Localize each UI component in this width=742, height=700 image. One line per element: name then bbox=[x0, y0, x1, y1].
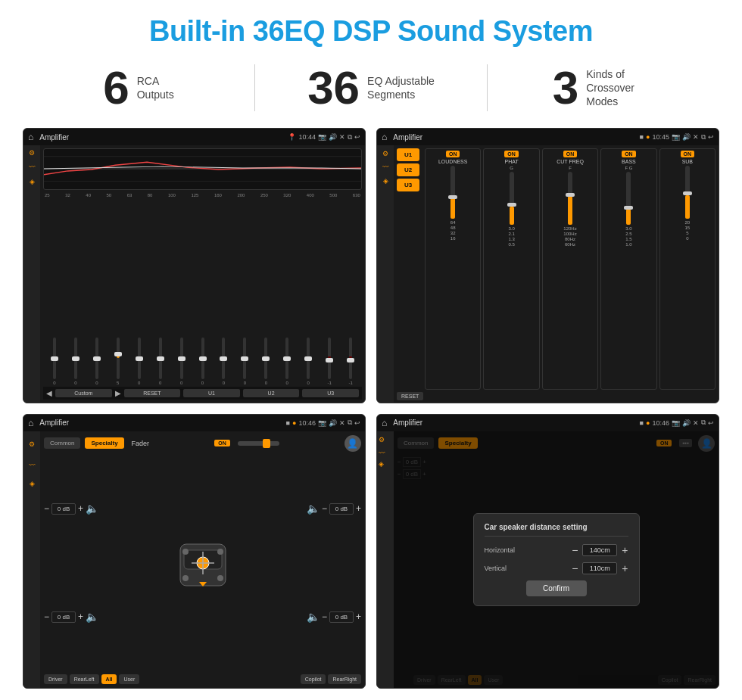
fdr-copilot-btn[interactable]: Copilot bbox=[301, 674, 326, 684]
co-content: ⚙ 〰 ◈ U1 U2 U3 ON bbox=[377, 145, 719, 403]
eq-copy-icon[interactable]: ⧉ bbox=[348, 133, 352, 142]
stat-crossover: 3 Kinds ofCrossover Modes bbox=[488, 64, 719, 111]
eq-custom-btn[interactable]: Custom bbox=[55, 389, 112, 397]
co-phat-vals: 3.0 2.1 1.3 0.5 bbox=[508, 226, 514, 247]
fdr-avatar: 👤 bbox=[344, 435, 361, 452]
fdr-rearleft-btn[interactable]: RearLeft bbox=[70, 674, 99, 684]
fdr-fader-thumb bbox=[263, 439, 270, 448]
fdr-content: ⚙ 〰 ◈ Common Specialty Fader ON bbox=[23, 431, 365, 689]
co-loudness-slider[interactable] bbox=[450, 166, 455, 219]
fdr-fader-slider[interactable] bbox=[238, 441, 279, 446]
co-back-icon[interactable]: ↩ bbox=[708, 133, 714, 141]
fdr-home-icon[interactable]: ⌂ bbox=[28, 418, 33, 428]
eq-sidebar-wave-icon[interactable]: 〰 bbox=[29, 164, 36, 171]
dialog-vertical-val: 110cm bbox=[582, 562, 617, 574]
eq-status-bar: ⌂ Amplifier 📍 10:44 📷 🔊 ✕ ⧉ ↩ bbox=[23, 129, 365, 145]
dialog-horizontal-label: Horizontal bbox=[485, 546, 568, 554]
co-sidebar-speaker-icon[interactable]: ◈ bbox=[383, 177, 388, 185]
co-preset-u3[interactable]: U3 bbox=[397, 179, 419, 191]
co-loudness-on[interactable]: ON bbox=[446, 151, 460, 157]
dst-back-icon[interactable]: ↩ bbox=[708, 419, 714, 427]
fdr-time: 10:46 bbox=[298, 419, 316, 427]
fdr-driver-btn[interactable]: Driver bbox=[44, 674, 67, 684]
eq-next-arrow[interactable]: ▶ bbox=[115, 389, 121, 397]
eq-u1-btn[interactable]: U1 bbox=[183, 389, 240, 397]
distance-dialog-overlay: Car speaker distance setting Horizontal … bbox=[394, 431, 719, 689]
co-preset-u2[interactable]: U2 bbox=[397, 163, 419, 176]
co-status-icons: ■ ● 10:45 📷 🔊 ✕ ⧉ ↩ bbox=[640, 133, 714, 142]
fdr-rl-plus[interactable]: + bbox=[78, 611, 83, 622]
fdr-fr-plus[interactable]: + bbox=[356, 503, 361, 514]
fdr-fl-plus[interactable]: + bbox=[78, 503, 83, 514]
dst-close-icon[interactable]: ✕ bbox=[693, 419, 699, 427]
dst-sidebar-eq-icon[interactable]: ⚙ bbox=[377, 431, 394, 448]
eq-sidebar-eq-icon[interactable]: ⚙ bbox=[29, 150, 35, 157]
eq-reset-btn[interactable]: RESET bbox=[124, 389, 181, 397]
fdr-rl-minus[interactable]: − bbox=[44, 611, 49, 622]
eq-slider-11: 0 bbox=[256, 338, 276, 385]
co-reset-button[interactable]: RESET bbox=[397, 392, 423, 400]
dialog-horizontal-minus[interactable]: − bbox=[572, 544, 578, 556]
dst-content: ⚙ 〰 ◈ Common Specialty ON ▪▪▪ 👤 bbox=[377, 431, 719, 689]
eq-slider-14: -1 bbox=[320, 338, 339, 385]
dialog-vertical-minus[interactable]: − bbox=[572, 562, 578, 574]
eq-sidebar-speaker-icon[interactable]: ◈ bbox=[30, 179, 35, 185]
eq-u3-btn[interactable]: U3 bbox=[302, 389, 359, 397]
fdr-fr-row: 🔈 − 0 dB + bbox=[307, 502, 361, 515]
dst-sidebar-wave-icon[interactable]: 〰 bbox=[377, 448, 394, 459]
fdr-close-icon[interactable]: ✕ bbox=[339, 419, 345, 427]
dialog-confirm-button[interactable]: Confirm bbox=[526, 580, 587, 596]
eq-home-icon[interactable]: ⌂ bbox=[28, 132, 33, 142]
co-sidebar-eq-icon[interactable]: ⚙ bbox=[382, 150, 388, 157]
eq-main: 25 32 40 50 63 80 100 125 160 200 250 32… bbox=[40, 145, 365, 403]
co-preset-u1[interactable]: U1 bbox=[397, 148, 419, 161]
fdr-fl-minus[interactable]: − bbox=[44, 503, 49, 514]
fdr-fr-minus[interactable]: − bbox=[322, 503, 327, 514]
co-cutfreq-freq: F bbox=[569, 166, 572, 170]
co-loudness-vals: 64 48 32 16 bbox=[450, 220, 456, 241]
co-sub-on[interactable]: ON bbox=[681, 151, 695, 157]
fdr-user-btn[interactable]: User bbox=[119, 674, 139, 684]
dst-copy-icon[interactable]: ⧉ bbox=[701, 418, 706, 427]
fdr-tab-common[interactable]: Common bbox=[44, 437, 80, 449]
fdr-rl-row: − 0 dB + 🔈 bbox=[44, 611, 141, 623]
dst-app-title: Amplifier bbox=[393, 418, 636, 427]
eq-close-icon[interactable]: ✕ bbox=[339, 133, 345, 141]
fdr-on-badge[interactable]: ON bbox=[214, 440, 230, 446]
fdr-sidebar-eq-icon[interactable]: ⚙ bbox=[27, 436, 36, 453]
co-cutfreq-slider[interactable] bbox=[568, 172, 572, 225]
fdr-copy-icon[interactable]: ⧉ bbox=[348, 418, 352, 427]
co-sub-slider[interactable] bbox=[685, 166, 690, 219]
fdr-sidebar-speaker-icon[interactable]: ◈ bbox=[28, 478, 36, 489]
co-phat-slider[interactable] bbox=[510, 172, 514, 225]
dst-sidebar-speaker-icon[interactable]: ◈ bbox=[377, 459, 394, 469]
eq-prev-arrow[interactable]: ◀ bbox=[46, 389, 52, 397]
fdr-tab-specialty[interactable]: Specialty bbox=[85, 437, 123, 449]
co-copy-icon[interactable]: ⧉ bbox=[701, 133, 706, 142]
eq-slider-7: 0 bbox=[172, 338, 192, 385]
fdr-sidebar-wave-icon[interactable]: 〰 bbox=[27, 460, 37, 471]
dst-home-icon[interactable]: ⌂ bbox=[382, 418, 387, 428]
eq-slider-1: 0 bbox=[45, 338, 64, 385]
screenshot-fader: ⌂ Amplifier ■ ● 10:46 📷 🔊 ✕ ⧉ ↩ ⚙ 〰 ◈ bbox=[23, 414, 366, 689]
co-cutfreq-on[interactable]: ON bbox=[563, 151, 578, 157]
fdr-status-icons: ■ ● 10:46 📷 🔊 ✕ ⧉ ↩ bbox=[286, 418, 360, 427]
co-close-icon[interactable]: ✕ bbox=[693, 133, 699, 141]
co-sidebar-wave-icon[interactable]: 〰 bbox=[382, 163, 389, 171]
fdr-all-btn[interactable]: All bbox=[101, 674, 117, 684]
dialog-horizontal-plus[interactable]: + bbox=[622, 544, 628, 556]
eq-back-icon[interactable]: ↩ bbox=[354, 133, 360, 141]
dialog-vertical-plus[interactable]: + bbox=[622, 562, 628, 574]
eq-u2-btn[interactable]: U2 bbox=[243, 389, 300, 397]
fdr-rr-minus[interactable]: − bbox=[322, 611, 327, 622]
co-phat-on[interactable]: ON bbox=[504, 151, 519, 157]
fdr-back-icon[interactable]: ↩ bbox=[354, 419, 360, 427]
co-home-icon[interactable]: ⌂ bbox=[382, 132, 387, 142]
fdr-rr-plus[interactable]: + bbox=[356, 611, 361, 622]
co-bass-slider[interactable] bbox=[626, 172, 631, 225]
co-bass-on[interactable]: ON bbox=[622, 151, 636, 157]
distance-dialog: Car speaker distance setting Horizontal … bbox=[473, 513, 640, 606]
fdr-vol-icon: 🔊 bbox=[329, 419, 337, 427]
fdr-rec-icon: ■ bbox=[286, 419, 290, 427]
fdr-rearright-btn[interactable]: RearRight bbox=[328, 674, 361, 684]
